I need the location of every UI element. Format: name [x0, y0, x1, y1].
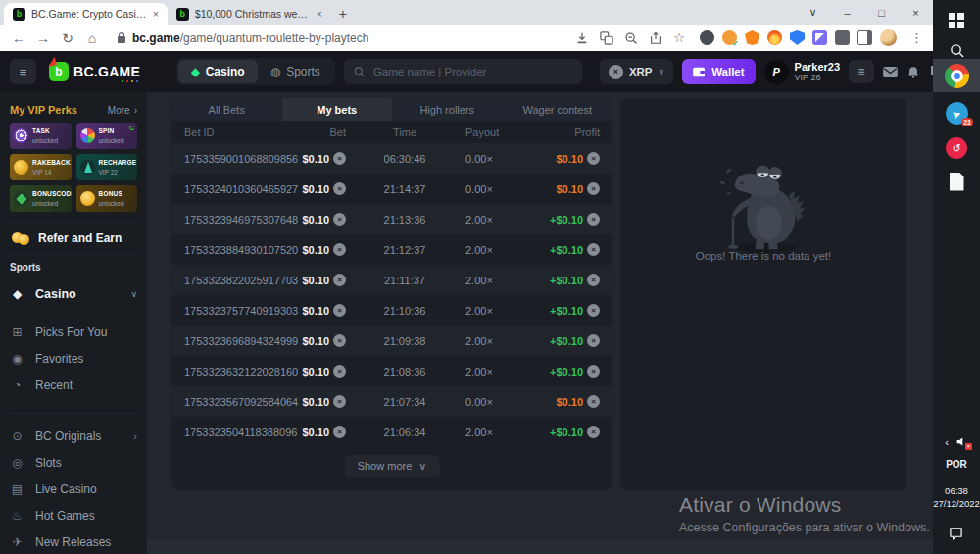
hidden-icons-chevron[interactable]: ‹ [945, 436, 949, 448]
xrp-coin-icon: × [333, 365, 346, 378]
home-button[interactable]: ⌂ [83, 30, 101, 46]
sidebar-item-favorites[interactable]: ◉ Favorites [10, 345, 137, 372]
tab-search-chevron-icon[interactable]: ∨ [796, 6, 830, 19]
user-avatar[interactable]: P [764, 60, 789, 84]
vip-perk-bonus[interactable]: BONUS unlocked [76, 185, 138, 212]
tab-casino[interactable]: ◆Casino [178, 60, 257, 83]
xrp-coin-icon: × [587, 304, 600, 317]
browser-profile-avatar[interactable] [880, 29, 897, 46]
footer-strip [147, 540, 933, 554]
table-row[interactable]: 1753324010360465927 $0.10× 21:14:37 0.00… [172, 174, 612, 204]
forward-button[interactable]: → [34, 30, 52, 46]
url-bar[interactable]: bc.game/game/quantum-roulette-by-playtec… [108, 31, 568, 45]
table-row[interactable]: 1753323884930107520 $0.10× 21:12:37 2.00… [172, 234, 612, 265]
show-more-button[interactable]: Show more∨ [345, 455, 440, 477]
sidebar-item-bc-originals[interactable]: ⊙ BC Originals › [10, 423, 137, 449]
xrp-coin-icon: × [333, 213, 346, 226]
sidebar-item-picks-for-you[interactable]: ⊞ Picks For You [10, 319, 137, 345]
share-icon[interactable] [649, 31, 662, 45]
bookmark-star-icon[interactable]: ☆ [673, 30, 685, 45]
inbox-icon[interactable] [883, 67, 898, 77]
notifications-bell-icon[interactable] [906, 65, 920, 79]
tab-wager-contest[interactable]: Wager contest [503, 98, 613, 121]
sidebar-item-new-releases[interactable]: ✈ New Releases [10, 529, 137, 554]
browser-menu-icon[interactable]: ⋮ [910, 30, 923, 45]
table-row[interactable]: 1753323822025917703 $0.10× 21:11:37 2.00… [172, 265, 612, 295]
bet-list-toggle-icon[interactable]: ≡ [849, 60, 874, 83]
back-button[interactable]: ← [10, 30, 27, 46]
tab-sports[interactable]: ◍Sports [258, 60, 333, 83]
sidebar-item-live-casino[interactable]: ▤ Live Casino [10, 476, 137, 502]
bet-time: 21:06:34 [384, 427, 426, 438]
vip-perk-spin[interactable]: SPIN unlocked C [76, 123, 138, 149]
taskbar-language[interactable]: POR [933, 459, 980, 470]
sidebar-item-recent[interactable]: ◔ Recent [10, 372, 137, 398]
window-maximize-button[interactable]: □ [864, 7, 899, 19]
metamask-icon[interactable] [745, 30, 760, 45]
table-row[interactable]: 1753323632122028160 $0.10× 21:08:36 2.00… [172, 356, 612, 386]
extension-bird-icon[interactable] [700, 30, 714, 45]
side-panel-icon[interactable] [858, 30, 872, 45]
extension-flame-icon[interactable] [767, 30, 782, 45]
taskbar-red-app-button[interactable]: ↺ [933, 131, 980, 165]
action-center-icon[interactable] [949, 527, 963, 544]
window-close-button[interactable]: × [899, 7, 933, 19]
reload-button[interactable]: ↻ [59, 30, 76, 46]
vip-perk-task[interactable]: TASK unlocked [10, 123, 72, 149]
browser-window: b BC.Game: Crypto Casino Games × b $10,0… [0, 0, 933, 554]
zoom-icon[interactable] [624, 31, 638, 45]
vip-more-link[interactable]: More› [108, 105, 137, 116]
extension-kite-icon[interactable] [812, 30, 827, 45]
bcgame-logo[interactable]: b BC.GAME [49, 62, 140, 81]
vip-perk-rakeback[interactable]: RAKEBACK VIP 14 [10, 154, 72, 180]
tab-high-rollers[interactable]: High rollers [392, 98, 503, 121]
table-row[interactable]: 1753323696894324999 $0.10× 21:09:38 2.00… [172, 326, 612, 356]
search-input[interactable] [371, 65, 572, 78]
vip-perk-grid: TASK unlocked SPIN unlocked C RAKEBACK V… [10, 123, 137, 212]
refer-and-earn[interactable]: Refer and Earn [10, 222, 137, 255]
taskbar-date: 27/12/2022 [933, 497, 980, 510]
site-header: ≡ b BC.GAME ◆Casino ◍Sports × [0, 51, 933, 92]
extensions-puzzle-icon[interactable] [835, 30, 850, 45]
muted-speaker-icon[interactable]: × [956, 435, 968, 448]
browser-tab[interactable]: b BC.Game: Crypto Casino Games × [4, 3, 168, 25]
taskbar-notepad-button[interactable] [933, 165, 980, 198]
user-profile[interactable]: P Parker23 VIP 26 [764, 60, 841, 84]
tab-my-bets[interactable]: My bets [282, 98, 393, 121]
bet-id: 1753323757740919303 [184, 305, 297, 317]
download-icon[interactable] [575, 31, 589, 45]
bets-table-header: Bet IDBetTimePayoutProfit [172, 121, 612, 143]
game-search[interactable] [344, 59, 582, 84]
new-tab-button[interactable]: + [339, 6, 347, 22]
tab-close-icon[interactable]: × [317, 9, 322, 20]
sidebar-item-slots[interactable]: ◎ Slots [10, 449, 137, 476]
taskbar-clock[interactable]: 06:38 27/12/2022 [933, 484, 980, 510]
hamburger-menu-icon[interactable]: ≡ [10, 59, 36, 84]
start-button[interactable] [933, 4, 980, 37]
vip-perk-recharge[interactable]: RECHARGE VIP 22 [76, 154, 138, 180]
table-row[interactable]: 1753323567092584064 $0.10× 21:07:34 0.00… [172, 386, 612, 417]
extension-shield-icon[interactable] [790, 30, 805, 45]
taskbar-chrome-button[interactable] [933, 59, 980, 92]
bcgame-logo-text: BC.GAME [74, 64, 140, 79]
table-row[interactable]: 1753323946975307648 $0.10× 21:13:36 2.00… [172, 204, 612, 234]
table-row[interactable]: 1753323504118388096 $0.10× 21:06:34 2.00… [172, 417, 612, 447]
extension-check-icon[interactable] [722, 30, 737, 45]
tab-close-icon[interactable]: × [153, 9, 159, 20]
window-minimize-button[interactable]: – [830, 7, 864, 19]
taskbar-telegram-button[interactable]: ▶ 23 [933, 96, 980, 129]
wallet-button[interactable]: Wallet [682, 59, 755, 84]
tab-all-bets[interactable]: All Bets [172, 98, 282, 121]
document-icon [950, 173, 964, 191]
translate-icon[interactable] [600, 31, 613, 45]
table-column-header: Payout [464, 126, 522, 138]
xrp-coin-icon: × [333, 304, 346, 317]
browser-tab[interactable]: b $10,000 Christmas week special × [168, 3, 331, 25]
sidebar-item-casino[interactable]: ◆ Casino ∨ [10, 281, 137, 306]
lock-icon[interactable] [118, 36, 125, 43]
table-row[interactable]: 1753323757740919303 $0.10× 21:10:36 2.00… [172, 295, 612, 326]
currency-selector[interactable]: × XRP ∨ [600, 59, 673, 84]
sidebar-item-hot-games[interactable]: ♨ Hot Games [10, 502, 137, 529]
vip-perk-bonuscode[interactable]: BONUSCODE unlocked [10, 185, 72, 212]
table-row[interactable]: 1753359001068809856 $0.10× 06:30:46 0.00… [172, 143, 612, 174]
